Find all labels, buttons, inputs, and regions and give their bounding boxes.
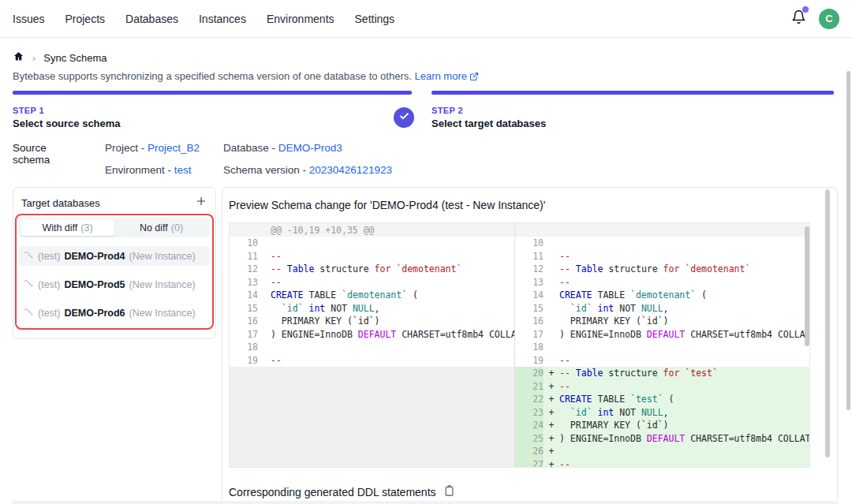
schema-diff-editor[interactable]: @@ -10,19 +10,35 @@ 1011--12-- Table str… (229, 222, 810, 468)
notification-bell-button[interactable] (791, 9, 806, 28)
editor-vertical-scrollbar[interactable] (805, 226, 809, 346)
step1-label: STEP 1 (13, 106, 121, 115)
line-number: 12 (515, 263, 544, 276)
line-number: 10 (230, 237, 258, 250)
step1-block[interactable]: STEP 1 Select source schema (13, 106, 121, 129)
db-environment: (test) (38, 251, 60, 262)
code-text: PRIMARY KEY (`id`) (271, 315, 514, 328)
code-text (559, 445, 810, 458)
nav-item-databases[interactable]: Databases (125, 13, 178, 25)
line-number: 17 (230, 328, 258, 342)
nav-item-projects[interactable]: Projects (65, 13, 105, 25)
nav-item-settings[interactable]: Settings (355, 13, 395, 25)
add-target-database-button[interactable] (195, 195, 207, 211)
line-number: 13 (230, 276, 258, 289)
code-text: ) ENGINE=InnoDB DEFAULT CHARSET=utf8mb4 … (559, 328, 810, 342)
diff-line: 16 PRIMARY KEY (`id`) (515, 315, 810, 328)
line-number: 23 (515, 406, 544, 420)
code-text: CREATE TABLE `demotenant` ( (559, 289, 810, 302)
diff-add-marker: + (544, 394, 559, 405)
learn-more-link[interactable]: Learn more (414, 70, 466, 82)
intro-description: Bytebase supports synchronizing a specif… (13, 70, 412, 82)
tab-no-diff-label: No diff (140, 222, 168, 233)
target-database-item-prod4[interactable]: (test) DEMO-Prod4 (New Instance) (19, 246, 210, 266)
copy-ddl-button[interactable] (443, 485, 455, 499)
diff-add-marker: + (544, 368, 559, 379)
diff-add-marker: + (544, 407, 559, 418)
mysql-engine-icon (24, 278, 34, 291)
step2-block[interactable]: STEP 2 Select target databases (432, 106, 546, 129)
avatar[interactable]: C (819, 9, 839, 29)
diff-original-lines: 1011--12-- Table structure for `demotena… (230, 237, 514, 367)
db-suffix: (New Instance) (129, 308, 196, 319)
diff-add-marker: + (544, 420, 559, 431)
preview-panel: Preview Schema change for 'DEMO-Prod4 (t… (222, 187, 838, 504)
target-database-item-prod5[interactable]: (test) DEMO-Prod5 (New Instance) (19, 274, 210, 294)
database-label: Database - (223, 142, 278, 154)
diff-line: 22+CREATE TABLE `test` ( (515, 393, 810, 406)
diff-line: 18 (230, 341, 514, 354)
home-icon[interactable] (13, 50, 24, 65)
line-number: 24 (515, 419, 544, 432)
line-number: 19 (230, 354, 258, 368)
diff-line: 14CREATE TABLE `demotenant` ( (515, 289, 810, 302)
diff-line: 13-- (230, 276, 514, 289)
diff-line: 15 `id` int NOT NULL, (515, 302, 810, 315)
diff-empty-filler (230, 367, 514, 467)
step2-progress-bar (432, 91, 834, 95)
environment-link[interactable]: test (174, 164, 192, 176)
code-text: -- (271, 354, 514, 368)
diff-line: 16 PRIMARY KEY (`id`) (230, 315, 514, 328)
code-text (271, 237, 514, 250)
database-link[interactable]: DEMO-Prod3 (278, 142, 342, 154)
code-text: -- Table structure for `test` (559, 367, 810, 380)
code-text: PRIMARY KEY (`id`) (559, 315, 810, 328)
tab-with-diff[interactable]: With diff (3) (21, 219, 114, 236)
step1-title: Select source schema (13, 118, 121, 129)
diff-line: 13-- (515, 276, 810, 289)
top-navigation: Issues Projects Databases Instances Envi… (0, 0, 852, 38)
target-list-highlight-box: With diff (3) No diff (0) (test) DEMO-Pr… (15, 214, 214, 330)
tab-with-diff-label: With diff (42, 222, 77, 233)
code-text: -- (559, 354, 810, 368)
db-name: DEMO-Prod6 (64, 308, 125, 319)
line-number: 14 (515, 289, 544, 302)
line-number: 26 (515, 445, 544, 458)
diff-line: 15 `id` int NOT NULL, (230, 302, 514, 315)
diff-add-marker: + (544, 433, 559, 444)
nav-item-environments[interactable]: Environments (267, 13, 334, 25)
diff-line: 17) ENGINE=InnoDB DEFAULT CHARSET=utf8mb… (515, 328, 810, 342)
schema-version-link[interactable]: 20230426121923 (309, 164, 392, 176)
code-text (559, 237, 810, 250)
check-icon (399, 110, 409, 125)
diff-modified-lines: 1011--12-- Table structure for `demotena… (515, 237, 810, 467)
step2-title: Select target databases (432, 118, 546, 129)
diff-line: 14CREATE TABLE `demotenant` ( (230, 289, 514, 302)
db-suffix: (New Instance) (129, 251, 196, 262)
tab-no-diff[interactable]: No diff (0) (114, 219, 208, 236)
nav-item-instances[interactable]: Instances (199, 13, 246, 25)
line-number: 18 (230, 341, 258, 354)
diff-hunk-header: @@ -10,19 +10,35 @@ (230, 223, 514, 237)
line-number: 13 (515, 276, 544, 289)
code-text: -- (559, 250, 810, 263)
line-number: 16 (230, 315, 258, 328)
target-database-item-prod6[interactable]: (test) DEMO-Prod6 (New Instance) (19, 303, 210, 323)
db-environment: (test) (38, 279, 60, 290)
diff-line: 27+-- (515, 458, 810, 468)
db-name: DEMO-Prod4 (64, 251, 125, 262)
diff-line: 10 (515, 237, 810, 250)
step1-progress-bar (13, 91, 412, 95)
line-number: 16 (515, 315, 544, 328)
code-text: PRIMARY KEY (`id`) (559, 419, 810, 432)
page-scrollbar[interactable] (846, 71, 850, 410)
project-link[interactable]: Project_B2 (148, 142, 200, 154)
diff-line: 19-- (515, 354, 810, 368)
line-number: 17 (515, 328, 544, 342)
notification-dot (802, 6, 809, 13)
target-databases-panel: Target databases With diff (3) No diff (… (13, 187, 216, 339)
nav-item-issues[interactable]: Issues (13, 13, 44, 25)
chevron-right-icon: › (32, 52, 36, 64)
sync-schema-page: Issues Projects Databases Instances Envi… (0, 0, 852, 504)
preview-panel-scrollbar[interactable] (825, 189, 830, 457)
